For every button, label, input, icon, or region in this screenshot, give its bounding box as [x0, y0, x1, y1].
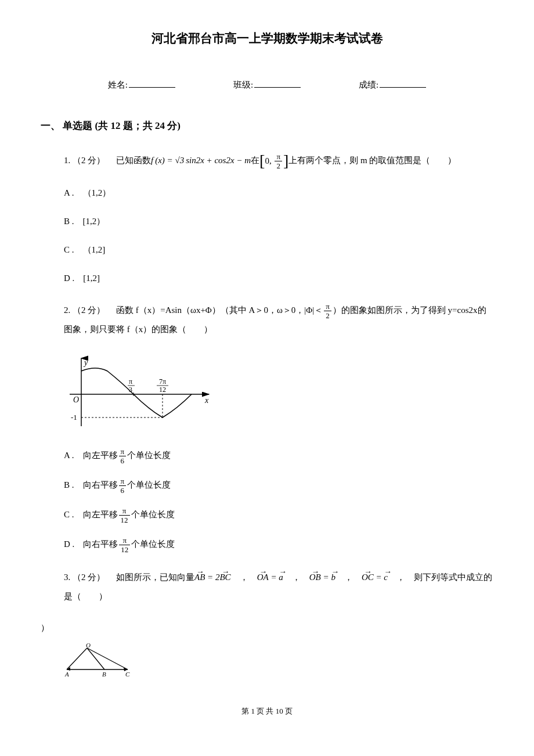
q3-close-paren: ）	[41, 621, 493, 635]
q2-pi-2: π2	[324, 303, 331, 319]
svg-text:O: O	[73, 395, 79, 404]
q1-formula: f (x) = √3 sin2x + cos2x − m	[151, 156, 251, 165]
q2-num: 2.	[64, 305, 70, 315]
blank-line	[380, 79, 426, 88]
q2-stem-a: 函数 f（x）=Asin（ωx+Φ）（其中 A＞0，ω＞0，|Φ|＜	[116, 305, 323, 315]
q1-stem-b: 在	[251, 156, 259, 165]
score-label: 成绩:	[359, 78, 378, 92]
q2-options: A . 向左平移π6个单位长度 B . 向右平移π6个单位长度 C . 向左平移…	[64, 448, 493, 553]
frac-den: 6	[119, 456, 127, 465]
q2-points: （2 分）	[73, 305, 105, 315]
frac-den: 6	[119, 486, 127, 494]
q2-c-post: 个单位长度	[131, 510, 175, 519]
q1-stem-c: 上有两个零点，则 m 的取值范围是（ ）	[288, 156, 456, 165]
q1-points: （2 分）	[73, 156, 105, 165]
q2-graph: y x O -1 π 3 7π 12	[64, 354, 493, 433]
q3-stem-a: 如图所示，已知向量	[116, 573, 194, 582]
svg-line-17	[87, 648, 104, 669]
name-label: 姓名:	[108, 78, 128, 92]
page-title: 河北省邢台市高一上学期数学期末考试试卷	[41, 29, 493, 49]
svg-line-16	[67, 648, 87, 669]
frac-num: π	[119, 477, 127, 486]
svg-text:A: A	[64, 671, 69, 678]
blank-line	[254, 79, 301, 88]
frac-num: π	[119, 448, 127, 456]
q3-points: （2 分）	[73, 573, 105, 582]
q2-option-b: B . 向右平移π6个单位长度	[64, 477, 493, 494]
q1-stem-a: 已知函数	[116, 156, 151, 165]
q2-b-pre: B . 向右平移	[64, 480, 118, 489]
q3-figure: O A B C	[64, 643, 493, 682]
frac-num: π	[119, 507, 130, 516]
svg-text:B: B	[102, 671, 106, 678]
section-heading: 一、 单选题 (共 12 题；共 24 分)	[41, 118, 493, 134]
q2-option-d: D . 向右平移π12个单位长度	[64, 537, 493, 553]
page-footer: 第 1 页 共 10 页	[41, 705, 493, 718]
question-1: 1. （2 分） 已知函数f (x) = √3 sin2x + cos2x − …	[64, 151, 493, 171]
q3-eq3: →OB = →b	[309, 573, 335, 582]
q1-num: 1.	[64, 156, 70, 165]
question-3: 3. （2 分） 如图所示，已知向量→AB = 2→BC ， →OA = →a …	[41, 568, 493, 606]
q1-option-d: D . [1,2]	[64, 271, 493, 286]
blank-line	[129, 79, 175, 88]
q1-interval: [0, π2]	[259, 152, 288, 171]
q2-c-pre: C . 向左平移	[64, 510, 118, 519]
svg-line-18	[87, 648, 128, 669]
q2-a-post: 个单位长度	[127, 451, 171, 460]
svg-text:3: 3	[129, 386, 132, 394]
svg-text:7π: 7π	[159, 377, 166, 386]
name-field: 姓名:	[108, 78, 175, 92]
q3-eq4: →OC = →c	[362, 573, 388, 582]
q2-d-post: 个单位长度	[131, 539, 175, 549]
svg-text:x: x	[204, 396, 209, 405]
class-field: 班级:	[233, 78, 301, 92]
info-row: 姓名: 班级: 成绩:	[41, 78, 493, 92]
q1-options: A . （1,2） B . [1,2） C . （1,2] D . [1,2]	[64, 185, 493, 286]
q2-d-pre: D . 向右平移	[64, 539, 118, 549]
q1-option-b: B . [1,2）	[64, 214, 493, 229]
frac-den: 12	[119, 516, 130, 524]
svg-text:O: O	[86, 643, 91, 649]
question-2: 2. （2 分） 函数 f（x）=Asin（ωx+Φ）（其中 A＞0，ω＞0，|…	[41, 301, 493, 339]
q3-eq1: →AB = 2→BC	[194, 573, 231, 582]
svg-text:C: C	[125, 671, 130, 678]
svg-text:12: 12	[159, 386, 166, 394]
svg-text:y: y	[83, 358, 88, 367]
frac-den: 12	[119, 545, 130, 553]
q3-eq2: →OA = →a	[257, 573, 283, 582]
q2-b-post: 个单位长度	[127, 480, 171, 489]
frac-num: π	[119, 537, 130, 545]
q1-option-c: C . （1,2]	[64, 242, 493, 258]
score-field: 成绩:	[359, 78, 426, 92]
q2-option-c: C . 向左平移π12个单位长度	[64, 507, 493, 524]
q2-a-pre: A . 向左平移	[64, 451, 118, 460]
q3-num: 3.	[64, 573, 70, 582]
q1-option-a: A . （1,2）	[64, 185, 493, 201]
q2-option-a: A . 向左平移π6个单位长度	[64, 448, 493, 465]
class-label: 班级:	[233, 78, 253, 92]
svg-text:π: π	[129, 377, 132, 386]
svg-text:-1: -1	[71, 413, 77, 422]
